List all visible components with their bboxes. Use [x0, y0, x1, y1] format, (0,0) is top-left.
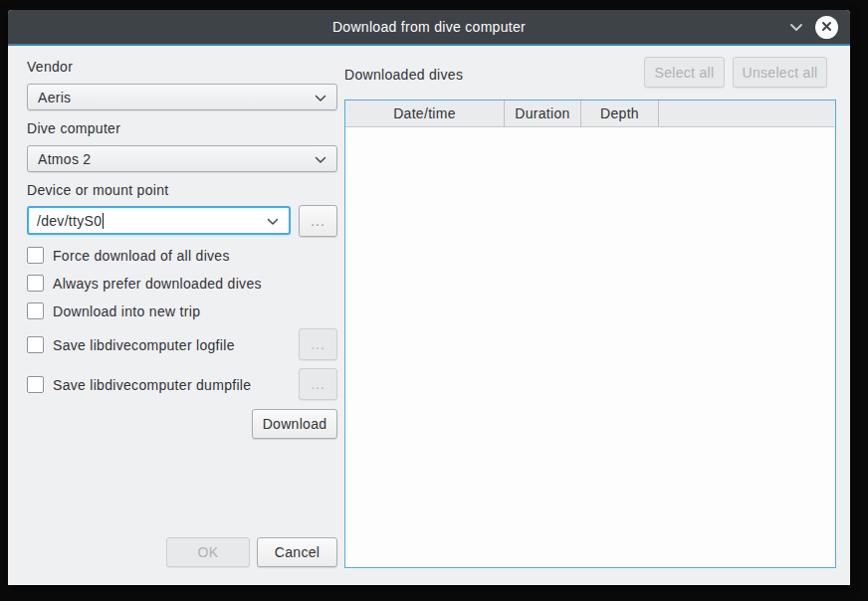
chevron-down-icon — [315, 151, 326, 167]
save-dumpfile-checkbox[interactable] — [27, 376, 44, 393]
window-title: Download from dive computer — [8, 19, 850, 35]
downloaded-dives-label: Downloaded dives — [344, 67, 463, 83]
device-label: Device or mount point — [27, 182, 168, 198]
shade-button[interactable] — [789, 19, 803, 35]
close-icon — [821, 19, 832, 35]
force-download-row[interactable]: Force download of all dives — [27, 247, 230, 264]
dive-computer-label: Dive computer — [27, 120, 120, 136]
dive-computer-value: Atmos 2 — [38, 151, 91, 167]
vendor-value: Aeris — [38, 90, 71, 105]
new-trip-checkbox[interactable] — [27, 302, 44, 319]
chevron-down-icon — [267, 213, 279, 229]
device-value: /dev/ttyS0 — [37, 213, 102, 229]
column-header-empty[interactable] — [659, 100, 835, 126]
table-header: Date/time Duration Depth — [345, 100, 835, 127]
vendor-label: Vendor — [27, 59, 73, 75]
download-button[interactable]: Download — [252, 409, 337, 439]
column-header-depth[interactable]: Depth — [581, 100, 659, 126]
chevron-down-icon — [789, 19, 803, 35]
new-trip-row[interactable]: Download into new trip — [27, 302, 200, 319]
dumpfile-browse-button[interactable]: ... — [299, 368, 337, 400]
titlebar[interactable]: Download from dive computer — [8, 10, 850, 44]
cancel-button[interactable]: Cancel — [257, 537, 337, 567]
checkbox-label: Download into new trip — [53, 303, 200, 319]
prefer-downloaded-row[interactable]: Always prefer downloaded dives — [27, 275, 262, 292]
download-dialog: Download from dive computer Vendor Aeris… — [8, 10, 850, 585]
save-dumpfile-row[interactable]: Save libdivecomputer dumpfile — [27, 376, 251, 393]
downloaded-dives-table[interactable]: Date/time Duration Depth — [344, 100, 836, 568]
save-logfile-checkbox[interactable] — [27, 336, 44, 353]
device-input[interactable]: /dev/ttyS0 — [27, 206, 291, 235]
chevron-down-icon — [315, 90, 326, 105]
close-button[interactable] — [815, 16, 838, 39]
text-caret — [103, 213, 104, 229]
prefer-downloaded-checkbox[interactable] — [27, 275, 44, 292]
checkbox-label: Save libdivecomputer dumpfile — [53, 377, 251, 393]
save-logfile-row[interactable]: Save libdivecomputer logfile — [27, 336, 235, 353]
column-header-duration[interactable]: Duration — [505, 100, 581, 126]
select-all-button[interactable]: Select all — [644, 57, 725, 88]
checkbox-label: Force download of all dives — [53, 248, 230, 264]
force-download-checkbox[interactable] — [27, 247, 44, 264]
unselect-all-button[interactable]: Unselect all — [733, 57, 827, 88]
dive-computer-select[interactable]: Atmos 2 — [27, 145, 337, 172]
titlebar-accent-line — [8, 44, 850, 46]
checkbox-label: Save libdivecomputer logfile — [53, 337, 235, 353]
device-browse-button[interactable]: ... — [299, 205, 337, 237]
vendor-select[interactable]: Aeris — [27, 84, 337, 110]
ok-button[interactable]: OK — [166, 537, 250, 567]
column-header-datetime[interactable]: Date/time — [345, 100, 505, 126]
checkbox-label: Always prefer downloaded dives — [53, 276, 262, 292]
logfile-browse-button[interactable]: ... — [299, 328, 337, 360]
